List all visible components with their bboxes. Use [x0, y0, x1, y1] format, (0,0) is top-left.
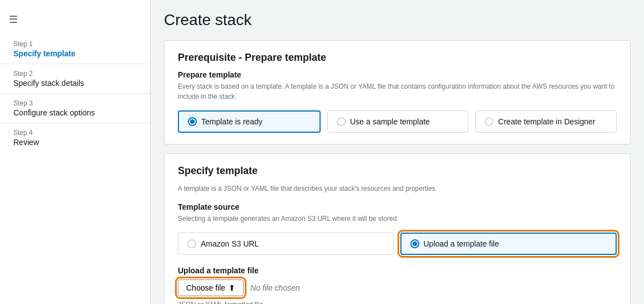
option-upload-file[interactable]: Upload a template file [400, 233, 617, 255]
template-source-desc: Selecting a template generates an Amazon… [178, 214, 617, 224]
choose-file-row: Choose file ⬆ No file chosen [178, 279, 617, 296]
page-title: Create stack [164, 11, 631, 29]
choose-file-label: Choose file [186, 283, 225, 292]
prerequisite-title: Prerequisite - Prepare template [178, 52, 617, 64]
template-source-label: Template source [178, 202, 617, 211]
radio-circle-sample [337, 117, 346, 126]
upload-icon: ⬆ [229, 283, 235, 292]
option-template-ready[interactable]: Template is ready [178, 110, 321, 133]
sidebar-step-1[interactable]: Step 1 Specify template [0, 35, 150, 64]
sidebar-step-2[interactable]: Step 2 Specify stack details [0, 64, 150, 94]
step-2-number: Step 2 [13, 70, 137, 78]
step-2-label: Specify stack details [13, 79, 137, 88]
radio-circle-upload [410, 239, 419, 248]
step-4-label: Review [13, 138, 137, 147]
menu-icon[interactable]: ☰ [0, 9, 150, 35]
template-source-options: Amazon S3 URL Upload a template file [178, 233, 617, 255]
prepare-template-options: Template is ready Use a sample template … [178, 110, 617, 133]
option-designer-label: Create template in Designer [498, 117, 595, 126]
step-1-number: Step 1 [13, 40, 137, 48]
prepare-template-label: Prepare template [178, 70, 617, 79]
sidebar: ☰ Step 1 Specify template Step 2 Specify… [0, 0, 151, 304]
option-sample-template[interactable]: Use a sample template [327, 110, 469, 133]
option-template-ready-label: Template is ready [201, 117, 263, 126]
specify-template-title: Specify template [178, 165, 617, 177]
specify-template-card: Specify template A template is a JSON or… [164, 153, 631, 304]
no-file-label: No file chosen [250, 283, 300, 292]
radio-circle-template-ready [188, 117, 197, 126]
radio-dot-template-ready [190, 119, 195, 124]
prepare-template-desc: Every stack is based on a template. A te… [178, 81, 617, 102]
option-upload-label: Upload a template file [424, 239, 499, 248]
choose-file-button[interactable]: Choose file ⬆ [178, 279, 244, 296]
specify-template-desc: A template is a JSON or YAML file that d… [178, 184, 617, 194]
option-s3-url[interactable]: Amazon S3 URL [178, 233, 394, 255]
main-content: Create stack Prerequisite - Prepare temp… [151, 0, 644, 304]
upload-section-label: Upload a template file [178, 266, 617, 275]
step-3-label: Configure stack options [13, 108, 137, 117]
prerequisite-card: Prerequisite - Prepare template Prepare … [164, 40, 631, 144]
file-format-hint: JSON or YAML formatted file [178, 301, 617, 304]
option-sample-label: Use a sample template [350, 117, 430, 126]
option-designer[interactable]: Create template in Designer [475, 110, 617, 133]
option-s3-label: Amazon S3 URL [201, 239, 259, 248]
step-4-number: Step 4 [13, 129, 137, 137]
radio-circle-s3 [187, 239, 196, 248]
step-3-number: Step 3 [13, 99, 137, 107]
sidebar-step-4[interactable]: Step 4 Review [0, 123, 150, 152]
step-1-label: Specify template [13, 49, 137, 58]
sidebar-step-3[interactable]: Step 3 Configure stack options [0, 94, 150, 123]
radio-circle-designer [485, 117, 493, 126]
radio-dot-upload [413, 242, 417, 246]
